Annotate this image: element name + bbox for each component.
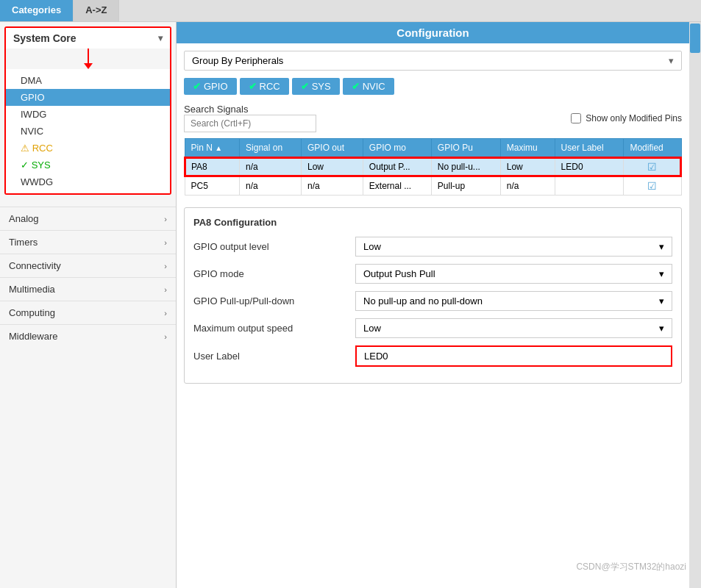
- group-by-label: Group By Peripherals: [192, 55, 283, 66]
- col-signal[interactable]: Signal on: [240, 139, 302, 158]
- config-tabs: ✔ GPIO ✔ RCC ✔ SYS ✔ NVIC: [184, 78, 682, 95]
- gpio-table: Pin N ▲ Signal on GPIO out GPIO mo GPIO …: [184, 138, 682, 196]
- gpio-mode-value: Output Push Pull: [363, 268, 435, 279]
- pc5-max-speed: n/a: [500, 176, 555, 196]
- tab-nvic[interactable]: ✔ NVIC: [343, 78, 394, 95]
- middleware-label: Middleware: [9, 331, 57, 342]
- app-container: Categories A->Z System Core ▾ DMA GPIO: [0, 0, 701, 588]
- scrollbar-thumb[interactable]: [690, 24, 700, 53]
- show-modified-label: Show only Modified Pins: [586, 113, 682, 123]
- col-user-label[interactable]: User Label: [555, 139, 624, 158]
- sidebar-item-gpio[interactable]: GPIO: [6, 89, 170, 106]
- sidebar-item-connectivity[interactable]: Connectivity ›: [0, 254, 176, 277]
- pc5-gpio-out: n/a: [301, 176, 363, 196]
- gpio-mode-label: GPIO mode: [193, 268, 355, 279]
- gpio-mode-dropdown[interactable]: Output Push Pull ▾: [355, 264, 672, 284]
- timers-label: Timers: [9, 237, 38, 248]
- search-row: Search Signals Show only Modified Pins: [184, 104, 682, 132]
- tab-sys[interactable]: ✔ SYS: [292, 78, 340, 95]
- show-modified-row: Show only Modified Pins: [571, 113, 682, 123]
- analog-label: Analog: [9, 213, 38, 224]
- search-signals-label: Search Signals: [184, 104, 316, 115]
- top-tabs-bar: Categories A->Z: [0, 0, 701, 22]
- gpio-output-level-value: Low: [363, 241, 381, 252]
- system-core-items: DMA GPIO IWDG NVIC RCC SYS WWDG: [6, 69, 170, 193]
- group-by-dropdown[interactable]: Group By Peripherals ▾: [184, 51, 682, 71]
- group-by-row: Group By Peripherals ▾: [184, 51, 682, 71]
- gpio-pullup-dropdown[interactable]: No pull-up and no pull-down ▾: [355, 291, 672, 311]
- gpio-tab-label: GPIO: [204, 81, 228, 92]
- sidebar-item-wwdg[interactable]: WWDG: [6, 173, 170, 190]
- table-row-pa8[interactable]: PA8 n/a Low Output P... No pull-u... Low…: [185, 157, 681, 176]
- pa8-modified-cell: ☑: [624, 157, 681, 176]
- config-row-gpio-mode: GPIO mode Output Push Pull ▾: [193, 264, 672, 284]
- pc5-modified-cell: ☑: [624, 176, 681, 196]
- nvic-check-icon: ✔: [352, 81, 360, 92]
- max-speed-dropdown[interactable]: Low ▾: [355, 318, 672, 338]
- max-speed-chevron-icon: ▾: [659, 323, 664, 334]
- sidebar-item-dma[interactable]: DMA: [6, 72, 170, 89]
- user-label-input[interactable]: [355, 345, 672, 367]
- col-gpio-mode[interactable]: GPIO mo: [363, 139, 431, 158]
- sidebar-item-computing[interactable]: Computing ›: [0, 301, 176, 324]
- col-gpio-out[interactable]: GPIO out: [301, 139, 363, 158]
- pa8-gpio-pu: No pull-u...: [431, 157, 500, 176]
- pc5-gpio-mode: External ...: [363, 176, 431, 196]
- pa8-config-title: PA8 Configuration: [193, 217, 672, 228]
- multimedia-label: Multimedia: [9, 284, 55, 295]
- show-modified-checkbox[interactable]: [571, 113, 581, 123]
- sidebar-item-sys[interactable]: SYS: [6, 157, 170, 173]
- pc5-signal: n/a: [240, 176, 302, 196]
- analog-chevron-icon: ›: [164, 215, 167, 223]
- pa8-pin: PA8: [185, 157, 240, 176]
- system-core-group: System Core ▾ DMA GPIO IWDG NVIC RCC SYS…: [4, 26, 171, 195]
- config-row-gpio-pullup: GPIO Pull-up/Pull-down No pull-up and no…: [193, 291, 672, 311]
- table-row-pc5[interactable]: PC5 n/a n/a External ... Pull-up n/a ☑: [185, 176, 681, 196]
- sidebar-item-rcc[interactable]: RCC: [6, 140, 170, 157]
- sidebar-item-nvic[interactable]: NVIC: [6, 123, 170, 140]
- gpio-output-level-chevron-icon: ▾: [659, 241, 664, 252]
- tab-rcc[interactable]: ✔ RCC: [240, 78, 289, 95]
- sort-arrow-icon: ▲: [215, 144, 222, 152]
- search-input[interactable]: [184, 115, 316, 132]
- sidebar-item-multimedia[interactable]: Multimedia ›: [0, 277, 176, 301]
- right-scrollbar[interactable]: [689, 22, 701, 588]
- connectivity-chevron-icon: ›: [164, 262, 167, 270]
- sidebar: System Core ▾ DMA GPIO IWDG NVIC RCC SYS…: [0, 22, 177, 588]
- user-label-field-label: User Label: [193, 351, 355, 362]
- computing-chevron-icon: ›: [164, 309, 167, 318]
- config-row-user-label: User Label: [193, 345, 672, 367]
- col-maximum[interactable]: Maximu: [500, 139, 555, 158]
- gpio-output-level-dropdown[interactable]: Low ▾: [355, 237, 672, 257]
- system-core-label: System Core: [13, 32, 76, 44]
- tab-categories[interactable]: Categories: [0, 0, 74, 21]
- tab-gpio[interactable]: ✔ GPIO: [184, 78, 237, 95]
- gpio-check-icon: ✔: [193, 81, 201, 92]
- sidebar-item-timers[interactable]: Timers ›: [0, 230, 176, 254]
- timers-chevron-icon: ›: [164, 238, 167, 247]
- sidebar-item-middleware[interactable]: Middleware ›: [0, 324, 176, 348]
- pa8-config-section: PA8 Configuration GPIO output level Low …: [184, 207, 682, 384]
- multimedia-chevron-icon: ›: [164, 285, 167, 294]
- tab-az[interactable]: A->Z: [74, 0, 119, 21]
- gpio-output-level-label: GPIO output level: [193, 241, 355, 252]
- col-pin-n[interactable]: Pin N ▲: [185, 139, 240, 158]
- configuration-header: Configuration: [177, 22, 689, 43]
- nvic-tab-label: NVIC: [363, 81, 385, 92]
- system-core-header[interactable]: System Core ▾: [6, 28, 170, 49]
- configuration-title: Configuration: [396, 26, 469, 39]
- col-modified[interactable]: Modified: [624, 139, 681, 158]
- group-by-chevron-icon: ▾: [669, 55, 674, 66]
- rcc-tab-label: RCC: [260, 81, 280, 92]
- sidebar-item-analog[interactable]: Analog ›: [0, 207, 176, 230]
- gpio-pullup-label: GPIO Pull-up/Pull-down: [193, 295, 355, 306]
- red-arrow-indicator: [6, 49, 170, 69]
- max-speed-label: Maximum output speed: [193, 323, 355, 334]
- pc5-pin: PC5: [185, 176, 240, 196]
- col-gpio-pu[interactable]: GPIO Pu: [431, 139, 500, 158]
- pa8-max-speed: Low: [500, 157, 555, 176]
- search-signals-section: Search Signals: [184, 104, 316, 132]
- content-body: Group By Peripherals ▾ ✔ GPIO ✔ RCC: [177, 43, 689, 588]
- content-area: Configuration Group By Peripherals ▾ ✔ G…: [177, 22, 689, 588]
- sidebar-item-iwdg[interactable]: IWDG: [6, 106, 170, 123]
